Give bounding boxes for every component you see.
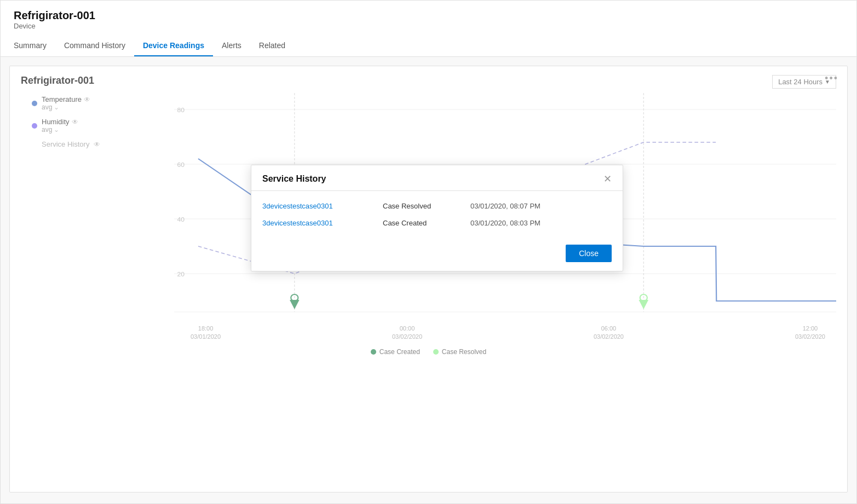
- tab-alerts[interactable]: Alerts: [213, 36, 250, 56]
- modal-link-1[interactable]: 3devicestestcase0301: [262, 202, 372, 210]
- modal-close-button[interactable]: Close: [566, 245, 612, 262]
- modal-status-1: Case Resolved: [383, 202, 459, 210]
- tab-device-readings[interactable]: Device Readings: [134, 36, 213, 56]
- tab-command-history[interactable]: Command History: [55, 36, 134, 56]
- modal-row-2: 3devicestestcase0301 Case Created 03/01/…: [262, 215, 612, 231]
- device-type: Device: [14, 22, 843, 30]
- service-history-modal: Service History ✕ 3devicestestcase0301 C…: [251, 165, 623, 271]
- modal-header: Service History ✕: [251, 165, 623, 191]
- modal-body: 3devicestestcase0301 Case Resolved 03/01…: [251, 191, 623, 240]
- content-area: Refrigirator-001 Last 24 Hours ▼ ••• Tem…: [9, 66, 848, 493]
- modal-overlay: [10, 66, 847, 492]
- tab-bar: Summary Command History Device Readings …: [14, 36, 843, 56]
- modal-footer: Close: [251, 240, 623, 271]
- modal-datetime-2: 03/01/2020, 08:03 PM: [470, 219, 540, 227]
- modal-link-2[interactable]: 3devicestestcase0301: [262, 219, 372, 227]
- tab-related[interactable]: Related: [250, 36, 294, 56]
- modal-status-2: Case Created: [383, 219, 459, 227]
- device-name: Refrigirator-001: [14, 9, 843, 22]
- tab-summary[interactable]: Summary: [14, 36, 55, 56]
- modal-datetime-1: 03/01/2020, 08:07 PM: [470, 202, 540, 210]
- modal-title: Service History: [262, 174, 326, 184]
- modal-close-x-button[interactable]: ✕: [603, 174, 612, 184]
- modal-row-1: 3devicestestcase0301 Case Resolved 03/01…: [262, 198, 612, 215]
